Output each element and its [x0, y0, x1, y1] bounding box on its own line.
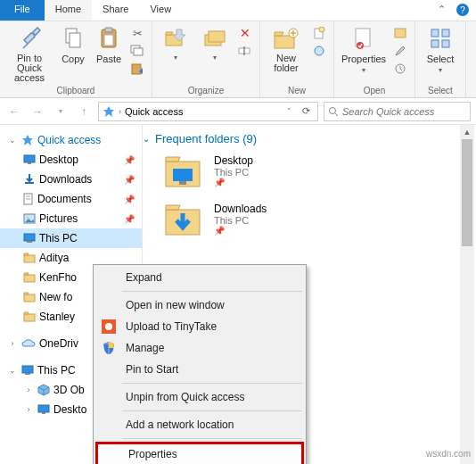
svg-rect-48 — [179, 181, 186, 185]
search-bar[interactable] — [324, 102, 471, 121]
chevron-right-icon[interactable]: › — [23, 405, 34, 414]
new-folder-button[interactable]: New folder — [266, 23, 307, 73]
svg-point-16 — [319, 27, 324, 32]
downloads-thumb-icon — [164, 201, 203, 236]
separator — [122, 438, 302, 439]
folder-item-desktop[interactable]: DesktopThis PC📌 — [164, 153, 469, 188]
tab-file[interactable]: File — [0, 0, 45, 21]
frequent-folders-header[interactable]: ⌄ Frequent folders (9) — [143, 132, 469, 145]
history-button[interactable] — [391, 61, 409, 77]
svg-rect-36 — [24, 234, 35, 241]
svg-point-26 — [330, 107, 336, 113]
refresh-icon[interactable]: ⟳ — [299, 105, 314, 117]
tab-share[interactable]: Share — [92, 0, 139, 21]
shield-icon — [101, 340, 117, 356]
pictures-icon — [23, 213, 36, 224]
ribbon: Pin to Quick access Copy Paste ✂ Clipboa… — [0, 21, 476, 98]
sidebar-item-desktop[interactable]: Desktop📌 — [0, 150, 142, 170]
select-icon — [427, 25, 454, 52]
tab-home[interactable]: Home — [45, 0, 92, 21]
copy-label: Copy — [62, 54, 85, 64]
paste-button[interactable]: Paste — [93, 23, 125, 64]
separator — [122, 291, 302, 292]
copy-button[interactable]: Copy — [57, 23, 89, 64]
documents-icon — [23, 193, 34, 205]
chevron-down-icon[interactable]: ⌄ — [7, 136, 18, 145]
chevron-down-icon: ▾ — [174, 54, 177, 62]
open-button[interactable] — [391, 25, 409, 41]
svg-rect-20 — [395, 29, 406, 37]
ctx-properties[interactable]: Properties — [95, 442, 304, 464]
chevron-down-icon: ▾ — [439, 66, 442, 74]
ctx-add-network-location[interactable]: Add a network location — [95, 414, 304, 435]
svg-rect-25 — [442, 40, 449, 47]
desktop-icon — [37, 404, 50, 415]
copy-path-button[interactable] — [128, 43, 146, 59]
nav-up-button[interactable]: ↑ — [75, 103, 93, 120]
tinytake-icon — [101, 319, 117, 335]
pin-to-quick-access-button[interactable]: Pin to Quick access — [5, 23, 53, 83]
group-select-label: Select — [421, 84, 460, 97]
scissors-icon: ✂ — [133, 27, 143, 40]
sidebar-item-downloads[interactable]: Downloads📌 — [0, 170, 142, 189]
ctx-open-new-window[interactable]: Open in new window — [95, 294, 304, 316]
nav-forward-button[interactable]: → — [29, 103, 46, 120]
desktop-thumb-icon — [164, 153, 203, 188]
ctx-manage[interactable]: Manage — [95, 337, 304, 359]
chevron-down-icon[interactable]: ⌄ — [7, 366, 18, 375]
ctx-pin-start[interactable]: Pin to Start — [95, 359, 304, 380]
ctx-upload-tinytake[interactable]: Upload to TinyTake — [95, 316, 304, 337]
folder-item-downloads[interactable]: DownloadsThis PC📌 — [164, 201, 469, 236]
rename-button[interactable] — [236, 43, 254, 59]
svg-rect-42 — [22, 366, 33, 373]
paste-icon — [95, 25, 122, 52]
ctx-unpin-quick-access[interactable]: Unpin from Quick access — [95, 386, 304, 408]
desktop-icon — [23, 154, 36, 165]
address-dropdown-icon[interactable]: ˅ — [283, 107, 295, 116]
properties-label: Properties — [341, 54, 386, 64]
easy-access-button[interactable] — [310, 43, 328, 59]
chevron-right-icon[interactable]: › — [23, 385, 34, 394]
this-pc-icon — [23, 233, 36, 244]
paste-label: Paste — [96, 54, 121, 64]
search-input[interactable] — [342, 106, 466, 117]
nav-recent-button[interactable]: ▾ — [52, 103, 70, 120]
tab-view[interactable]: View — [139, 0, 182, 21]
3d-objects-icon — [37, 384, 50, 396]
pin-icon: 📌 — [124, 195, 135, 204]
sidebar-item-pictures[interactable]: Pictures📌 — [0, 209, 142, 228]
new-folder-label: New folder — [274, 54, 299, 73]
copy-to-button[interactable]: ▾ — [197, 23, 233, 62]
properties-button[interactable]: Properties ▾ — [340, 23, 388, 74]
svg-rect-13 — [275, 36, 294, 48]
nav-back-button[interactable]: ← — [5, 103, 23, 120]
pin-icon: 📌 — [124, 175, 135, 185]
new-folder-icon — [273, 25, 300, 52]
delete-button[interactable]: ✕ — [236, 25, 254, 41]
ctx-expand[interactable]: Expand — [95, 267, 304, 288]
svg-point-17 — [315, 46, 324, 55]
quick-access-icon — [103, 105, 115, 118]
edit-button[interactable] — [391, 43, 409, 59]
help-icon[interactable]: ? — [456, 4, 469, 16]
scrollbar[interactable]: ▲ — [460, 125, 474, 464]
scroll-up-icon[interactable]: ▲ — [460, 125, 474, 139]
sidebar-quick-access[interactable]: ⌄ Quick access — [0, 130, 142, 150]
svg-rect-37 — [27, 241, 32, 243]
minimize-ribbon-icon[interactable]: ⌃ — [431, 0, 453, 21]
paste-shortcut-button[interactable] — [128, 61, 146, 77]
select-button[interactable]: Select ▾ — [421, 23, 460, 74]
scroll-thumb[interactable] — [462, 139, 472, 246]
svg-line-27 — [335, 113, 338, 116]
downloads-icon — [23, 173, 36, 186]
move-to-button[interactable]: ▾ — [158, 23, 193, 62]
svg-rect-29 — [28, 162, 31, 164]
cut-button[interactable]: ✂ — [128, 25, 146, 41]
address-bar[interactable]: › Quick access ˅ ⟳ — [98, 102, 318, 121]
svg-rect-28 — [24, 155, 35, 162]
sidebar-item-this-pc[interactable]: This PC — [0, 228, 142, 248]
sidebar-item-documents[interactable]: Documents📌 — [0, 189, 142, 209]
new-item-button[interactable] — [310, 25, 328, 41]
onedrive-icon — [21, 338, 36, 349]
chevron-right-icon[interactable]: › — [7, 339, 18, 348]
